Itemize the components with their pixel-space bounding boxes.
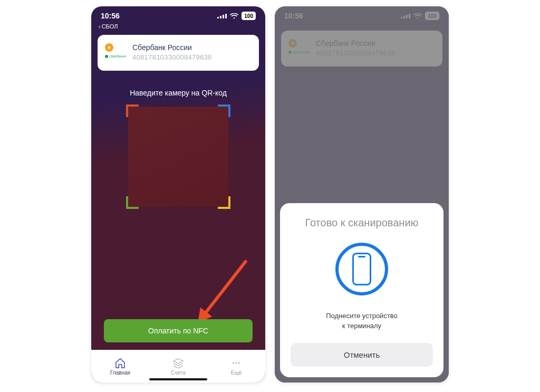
status-time: 10:56: [101, 12, 120, 20]
status-bar: 10:56 100: [91, 6, 265, 25]
corner-icon: [126, 196, 139, 209]
qr-scanner-area: Наведите камеру на QR-код: [91, 71, 265, 207]
wifi-icon: [230, 13, 238, 19]
chevron-left-icon: ‹: [99, 23, 101, 30]
corner-icon: [218, 196, 230, 209]
nfc-ready-sheet: Готово к сканированию Поднесите устройст…: [280, 203, 443, 377]
qr-viewfinder: [128, 107, 228, 207]
svg-point-2: [238, 362, 240, 364]
nav-home[interactable]: Главная: [91, 350, 149, 383]
corner-icon: [218, 104, 230, 117]
sheet-title: Готово к сканированию: [291, 217, 433, 229]
bank-logo: СБЕРБАНК: [105, 55, 126, 58]
battery-icon: 100: [242, 12, 256, 20]
qr-hint-text: Наведите камеру на QR-код: [91, 89, 265, 97]
nfc-phone-icon: [335, 243, 388, 295]
pay-nfc-button[interactable]: Оплатить по NFC: [104, 319, 253, 342]
corner-icon: [126, 104, 139, 117]
star-icon: ★: [105, 43, 113, 52]
phone-screen-qr: 10:56 100 ‹ СБОЛ ★ СБЕРБАНК Сбербанк Рос…: [91, 6, 265, 383]
nav-more[interactable]: Ещё: [207, 350, 265, 383]
sheet-subtitle: Поднесите устройство к терминалу: [291, 311, 433, 331]
bank-account-card[interactable]: ★ СБЕРБАНК Сбербанк России 4081781033000…: [98, 35, 259, 71]
nav-accounts[interactable]: Счета: [149, 350, 207, 383]
dots-icon: [230, 358, 242, 368]
house-icon: [114, 358, 126, 368]
bottom-nav: Главная Счета Ещё: [91, 350, 265, 383]
home-indicator: [149, 378, 207, 380]
cancel-button[interactable]: Отменить: [291, 343, 433, 367]
account-number: 40817810330008479638: [132, 53, 252, 61]
svg-point-0: [233, 362, 234, 364]
bank-name: Сбербанк России: [132, 43, 252, 52]
back-link[interactable]: ‹ СБОЛ: [91, 23, 265, 30]
annotation-arrow: [204, 260, 248, 315]
phone-screen-nfc-sheet: 10:56 100 ★ СБЕРБАНК Сбербанк России 408…: [275, 6, 449, 383]
cellular-icon: [217, 14, 227, 18]
layers-icon: [172, 358, 184, 368]
svg-point-1: [235, 362, 237, 364]
